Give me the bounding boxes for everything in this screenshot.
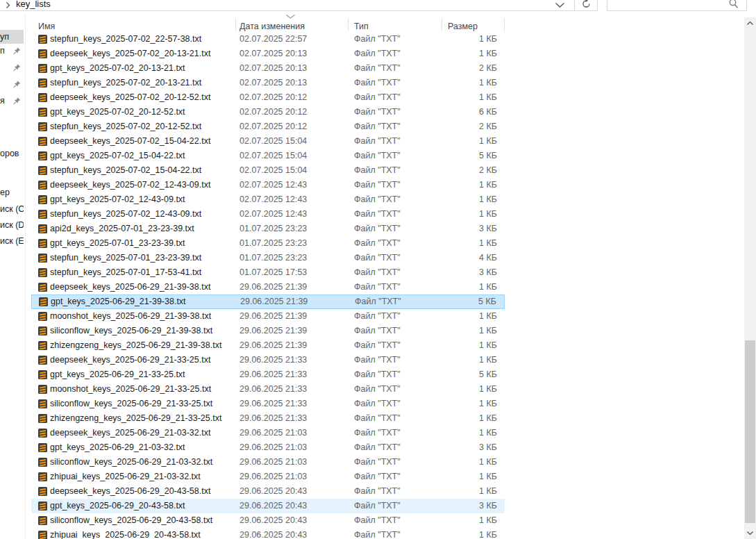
file-size: 1 КБ [479, 411, 497, 426]
file-date-modified: 01.07.2025 23:23 [240, 251, 307, 265]
file-date-modified: 02.07.2025 12:43 [240, 192, 307, 207]
sidebar-item[interactable]: уп [0, 30, 24, 44]
file-row[interactable]: stepfun_keys_2025-07-01_23-23-39.txt 01.… [31, 251, 505, 265]
file-row[interactable]: deepseek_keys_2025-06-29_21-03-32.txt 29… [31, 426, 505, 440]
file-row[interactable]: stepfun_keys_2025-07-01_17-53-41.txt 01.… [31, 265, 505, 280]
file-date-modified: 02.07.2025 12:43 [240, 207, 307, 222]
vertical-scrollbar[interactable] [744, 17, 756, 539]
file-type: Файл "TXT" [354, 353, 401, 367]
sidebar-item[interactable] [0, 77, 24, 91]
scrollbar-thumb[interactable] [745, 340, 755, 523]
file-row[interactable]: stepfun_keys_2025-07-02_22-57-38.txt 02.… [31, 32, 505, 47]
column-header-type[interactable]: Тип [354, 21, 369, 32]
sidebar-item[interactable]: оров [0, 147, 24, 160]
sidebar-item[interactable]: иск (C [0, 202, 24, 216]
file-row[interactable]: gpt_keys_2025-07-02_12-43-09.txt 02.07.2… [31, 192, 505, 207]
file-row[interactable]: stepfun_keys_2025-07-02_15-04-22.txt 02.… [31, 163, 505, 178]
file-row[interactable]: zhipuai_keys_2025-06-29_20-43-58.txt 29.… [31, 528, 505, 539]
file-type: Файл "TXT" [355, 295, 401, 309]
address-dropdown-chevron-icon[interactable] [550, 0, 569, 10]
file-row[interactable]: deepseek_keys_2025-06-29_20-43-58.txt 29… [31, 484, 505, 499]
sublime-text-file-icon [38, 166, 47, 175]
file-row[interactable]: siliconflow_keys_2025-06-29_21-03-32.txt… [31, 455, 505, 470]
address-bar[interactable]: key_lists [0, 0, 574, 11]
sidebar-item[interactable]: я [0, 94, 24, 108]
sidebar-item[interactable]: ер [0, 185, 24, 199]
explorer-window: { "colors": { "selection_bg": "#cce8ff",… [0, 0, 756, 539]
pin-icon [13, 47, 21, 55]
file-row[interactable]: gpt_keys_2025-06-29_21-39-38.txt 29.06.2… [31, 295, 505, 309]
file-date-modified: 29.06.2025 21:39 [240, 338, 307, 353]
file-row[interactable]: zhipuai_keys_2025-06-29_21-03-32.txt 29.… [31, 470, 505, 484]
file-row[interactable]: gpt_keys_2025-06-29_21-03-32.txt 29.06.2… [31, 440, 505, 455]
file-row[interactable]: stepfun_keys_2025-07-02_12-43-09.txt 02.… [31, 207, 505, 222]
header-divider[interactable] [235, 18, 236, 31]
header-divider[interactable] [504, 18, 505, 31]
file-row[interactable]: deepseek_keys_2025-07-02_20-12-52.txt 02… [31, 90, 505, 105]
sidebar-item[interactable]: иск (D [0, 218, 24, 232]
file-size: 2 КБ [479, 163, 497, 178]
search-input[interactable] [612, 0, 723, 10]
sublime-text-file-icon [38, 35, 47, 44]
file-row[interactable]: moonshot_keys_2025-06-29_21-33-25.txt 29… [31, 382, 505, 397]
file-row[interactable]: moonshot_keys_2025-06-29_21-39-38.txt 29… [31, 309, 505, 324]
header-divider[interactable] [348, 18, 348, 31]
sidebar-item[interactable]: иск (E [0, 234, 24, 248]
file-row[interactable]: gpt_keys_2025-07-02_20-13-21.txt 02.07.2… [31, 61, 505, 76]
file-size: 2 КБ [479, 61, 497, 76]
sidebar-item[interactable] [0, 60, 24, 74]
header-divider[interactable] [442, 18, 442, 31]
file-row[interactable]: siliconflow_keys_2025-06-29_21-33-25.txt… [31, 397, 505, 411]
sidebar-item-label: уп [0, 32, 9, 42]
file-name: stepfun_keys_2025-07-02_20-13-21.txt [50, 76, 201, 90]
file-size: 5 КБ [479, 149, 497, 163]
file-row[interactable]: gpt_keys_2025-07-02_20-12-52.txt 02.07.2… [31, 105, 505, 119]
file-row[interactable]: stepfun_keys_2025-07-02_20-12-52.txt 02.… [31, 119, 505, 134]
file-type: Файл "TXT" [354, 528, 401, 539]
file-type: Файл "TXT" [354, 411, 401, 426]
file-row[interactable]: deepseek_keys_2025-07-02_15-04-22.txt 02… [31, 134, 505, 149]
file-row[interactable]: stepfun_keys_2025-07-02_20-13-21.txt 02.… [31, 76, 505, 90]
file-date-modified: 01.07.2025 17:53 [240, 265, 307, 280]
file-size: 1 КБ [479, 455, 497, 470]
file-row[interactable]: api2d_keys_2025-07-01_23-23-39.txt 01.07… [31, 222, 505, 236]
column-header-size[interactable]: Размер [448, 21, 478, 32]
file-row[interactable]: gpt_keys_2025-06-29_20-43-58.txt 29.06.2… [31, 499, 505, 513]
column-header-name[interactable]: Имя [38, 21, 55, 32]
file-row[interactable]: deepseek_keys_2025-06-29_21-33-25.txt 29… [31, 353, 505, 367]
file-size: 1 КБ [479, 192, 497, 207]
scrollbar-down-arrow-icon[interactable] [744, 527, 756, 539]
file-row[interactable]: siliconflow_keys_2025-06-29_21-39-38.txt… [31, 324, 505, 338]
file-size: 1 КБ [479, 513, 497, 528]
search-box[interactable] [607, 0, 747, 11]
breadcrumb-segment[interactable]: key_lists [16, 0, 51, 9]
sublime-text-file-icon [38, 268, 47, 277]
file-row[interactable]: deepseek_keys_2025-07-02_12-43-09.txt 02… [31, 178, 505, 192]
search-icon[interactable] [728, 0, 739, 10]
file-row[interactable]: gpt_keys_2025-07-01_23-23-39.txt 01.07.2… [31, 236, 505, 251]
file-type: Файл "TXT" [354, 149, 401, 163]
file-size: 1 КБ [479, 76, 497, 90]
file-date-modified: 02.07.2025 15:04 [240, 134, 307, 149]
sublime-text-file-icon [38, 414, 47, 423]
file-row[interactable]: deepseek_keys_2025-07-02_20-13-21.txt 02… [31, 47, 505, 61]
file-row[interactable]: gpt_keys_2025-07-02_15-04-22.txt 02.07.2… [31, 149, 505, 163]
column-header-date-modified[interactable]: Дата изменения [240, 21, 305, 32]
file-row[interactable]: siliconflow_keys_2025-06-29_20-43-58.txt… [31, 513, 505, 528]
file-name: gpt_keys_2025-07-02_20-13-21.txt [50, 61, 185, 76]
sublime-text-file-icon [38, 78, 47, 88]
file-size: 1 КБ [479, 426, 497, 440]
file-type: Файл "TXT" [354, 397, 401, 411]
sidebar-item[interactable]: п [0, 44, 24, 58]
sublime-text-file-icon [38, 326, 47, 335]
sidebar-item-label: иск (E [0, 236, 24, 246]
file-row[interactable]: zhizengzeng_keys_2025-06-29_21-33-25.txt… [31, 411, 505, 426]
file-date-modified: 29.06.2025 20:43 [240, 484, 307, 499]
file-row[interactable]: gpt_keys_2025-06-29_21-33-25.txt 29.06.2… [31, 367, 505, 382]
sublime-text-file-icon [38, 49, 47, 58]
scrollbar-up-arrow-icon[interactable] [744, 17, 756, 29]
pin-icon [13, 63, 21, 72]
file-row[interactable]: zhizengzeng_keys_2025-06-29_21-39-38.txt… [31, 338, 505, 353]
refresh-button[interactable] [574, 0, 598, 11]
file-row[interactable]: deepseek_keys_2025-06-29_21-39-38.txt 29… [31, 280, 505, 295]
